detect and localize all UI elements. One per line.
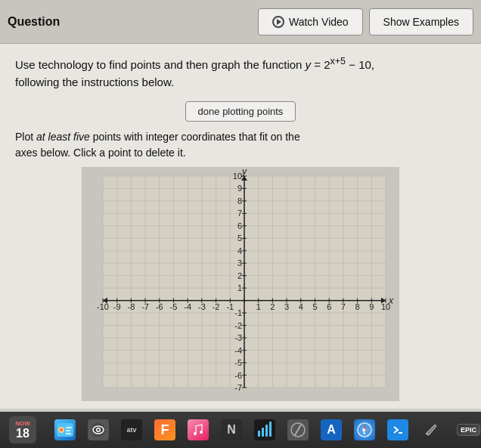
svg-point-11	[200, 431, 203, 434]
taskbar-eye[interactable]	[83, 416, 113, 444]
question-text-line3: following the instructions below.	[15, 76, 174, 88]
taskbar-date: now 18	[5, 416, 41, 444]
taskbar-epic[interactable]: EPIC	[452, 416, 481, 444]
slash-icon	[287, 419, 309, 440]
taskbar-notion[interactable]: N	[216, 416, 247, 444]
taskbar-atv[interactable]: atv	[116, 416, 147, 444]
taskbar-music[interactable]	[183, 416, 213, 444]
xcode-icon	[387, 419, 408, 440]
date-badge: now 18	[9, 416, 36, 443]
svg-rect-13	[262, 428, 264, 437]
instr-prefix: Plot	[15, 131, 36, 143]
equation-display: y	[306, 58, 312, 71]
eq-minus: − 10,	[346, 58, 374, 71]
svg-line-17	[295, 425, 301, 435]
taskbar-slash[interactable]	[283, 416, 313, 444]
graph-area[interactable]	[82, 167, 399, 401]
eye-icon	[88, 419, 109, 440]
svg-rect-14	[265, 425, 268, 437]
svg-point-22	[364, 429, 366, 431]
svg-point-9	[98, 429, 100, 431]
svg-rect-15	[269, 422, 272, 437]
eq-equals: = 2	[311, 58, 330, 71]
notion-icon: N	[221, 419, 242, 440]
done-btn-container: done plotting points	[15, 101, 466, 122]
svg-rect-12	[258, 431, 260, 437]
signal-icon	[254, 419, 275, 440]
epic-label: EPIC	[461, 426, 476, 434]
instr-em: at least five	[36, 131, 90, 143]
a-icon: A	[321, 419, 342, 440]
edit-icon	[420, 419, 442, 440]
watch-video-button[interactable]: Watch Video	[258, 8, 363, 36]
main-content: Use technology to find points and then g…	[0, 44, 481, 409]
instr-line2: axes below. Click a point to delete it.	[15, 147, 186, 159]
done-plotting-button[interactable]: done plotting points	[185, 101, 296, 122]
show-examples-label: Show Examples	[383, 16, 459, 28]
atv-label: atv	[126, 426, 136, 434]
taskbar-xcode[interactable]	[383, 416, 413, 444]
svg-rect-4	[66, 430, 70, 431]
taskbar-finder[interactable]	[50, 416, 80, 444]
show-examples-button[interactable]: Show Examples	[369, 8, 473, 36]
eq-exponent: x+5	[330, 56, 346, 66]
watch-video-label: Watch Video	[289, 16, 349, 28]
taskbar: now 18 atv	[0, 412, 481, 448]
safari-icon	[354, 419, 375, 440]
play-circle-icon	[272, 16, 284, 28]
notion-label: N	[227, 423, 236, 437]
svg-point-10	[194, 432, 197, 435]
taskbar-edit[interactable]	[416, 416, 446, 444]
taskbar-safari[interactable]	[349, 416, 380, 444]
question-text: Use technology to find points and then g…	[15, 54, 466, 91]
question-text-line1: Use technology to find points and then g…	[15, 58, 306, 71]
taskbar-a[interactable]: A	[316, 416, 346, 444]
svg-rect-5	[66, 433, 71, 434]
play-triangle-icon	[277, 19, 281, 25]
instr-oints: oints with integer coordinates that fit …	[99, 131, 300, 143]
taskbar-fortnite[interactable]: F	[150, 416, 180, 444]
fortnite-icon: F	[154, 419, 175, 440]
top-bar: Question Watch Video Show Examples	[0, 0, 481, 44]
atv-icon: atv	[121, 419, 142, 440]
date-day: 18	[16, 428, 29, 440]
question-label: Question	[8, 15, 60, 29]
music-icon	[188, 419, 209, 440]
taskbar-signal[interactable]	[250, 416, 280, 444]
instr-suffix: p	[90, 131, 99, 143]
finder-icon	[54, 419, 76, 440]
graph-canvas[interactable]	[82, 167, 399, 401]
svg-point-2	[60, 428, 63, 431]
graph-container[interactable]	[15, 167, 466, 401]
epic-icon: EPIC	[457, 424, 480, 436]
svg-rect-3	[66, 427, 72, 428]
date-month: now	[15, 420, 30, 427]
instruction-text: Plot at least five points with integer c…	[15, 129, 466, 161]
a-label: A	[327, 423, 336, 437]
